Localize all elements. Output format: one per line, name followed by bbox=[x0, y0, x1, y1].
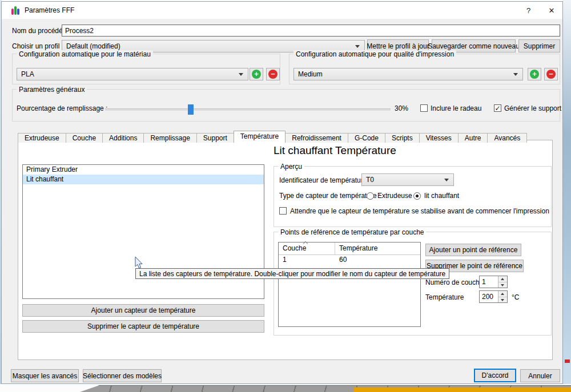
ok-label: D'accord bbox=[482, 371, 509, 379]
delete-profile-button[interactable]: Supprimer bbox=[518, 39, 560, 52]
app-icon bbox=[11, 6, 20, 15]
plus-icon: + bbox=[252, 70, 261, 79]
radio-extrudeuse-label: Extrudeuse bbox=[377, 192, 412, 200]
spin-up-icon[interactable] bbox=[498, 291, 507, 297]
background-red-accent bbox=[565, 359, 570, 363]
tab-extrudeuse[interactable]: Extrudeuse bbox=[18, 133, 66, 143]
select-models-button[interactable]: Sélectionner des modèles bbox=[83, 369, 162, 382]
tab-autre[interactable]: Autre bbox=[458, 133, 488, 143]
spin-down-icon[interactable] bbox=[498, 297, 507, 303]
tab-refroidissement[interactable]: Refroidissement bbox=[285, 133, 348, 143]
radio-lit-chauffant-label: lit chauffant bbox=[424, 192, 459, 200]
add-material-button[interactable]: + bbox=[250, 68, 263, 80]
column-header-temperature[interactable]: Température bbox=[335, 243, 377, 254]
help-button[interactable]: ? bbox=[518, 2, 538, 19]
cancel-label: Annuler bbox=[528, 372, 552, 380]
generate-support-label: Générer le support bbox=[504, 104, 561, 112]
temperature-unit: °C bbox=[512, 293, 519, 301]
screen: Paramètres FFF ? ✕ Nom du procédé : Proc… bbox=[0, 0, 571, 392]
temperature-spinner[interactable]: 200 bbox=[479, 290, 508, 303]
check-icon: ✓ bbox=[494, 106, 500, 111]
layer-number-label: Numéro de couche bbox=[425, 278, 483, 286]
remove-material-button[interactable]: − bbox=[266, 68, 280, 80]
infill-slider-track[interactable] bbox=[105, 108, 391, 111]
quality-select[interactable]: Medium bbox=[293, 68, 523, 80]
spin-down-icon[interactable] bbox=[498, 282, 507, 288]
profile-value: Default (modified) bbox=[66, 42, 120, 50]
title-bar[interactable]: Paramètres FFF ? ✕ bbox=[2, 2, 562, 19]
tab-additions[interactable]: Additions bbox=[102, 133, 144, 143]
list-item-primary-extruder[interactable]: Primary Extruder bbox=[23, 165, 264, 175]
column-header-couche[interactable]: Couche bbox=[279, 243, 335, 254]
settings-tab-bar: Extrudeuse Couche Additions Remplissage … bbox=[18, 131, 526, 143]
save-as-new-label: Sauvegarder comme nouveau bbox=[428, 42, 520, 50]
window-title: Paramètres FFF bbox=[25, 6, 74, 14]
tab-gcode[interactable]: G-Code bbox=[348, 133, 385, 143]
chevron-down-icon bbox=[444, 179, 449, 181]
list-item-lit-chauffant[interactable]: Lit chauffant bbox=[23, 175, 264, 184]
setpoints-table-header: Couche Température bbox=[279, 243, 420, 255]
identifier-label: Identificateur de température bbox=[279, 176, 367, 184]
add-sensor-button[interactable]: Ajouter un capteur de température bbox=[22, 304, 264, 317]
add-quality-button[interactable]: + bbox=[528, 68, 541, 80]
ok-button[interactable]: D'accord bbox=[474, 369, 516, 382]
minus-icon: − bbox=[268, 70, 278, 79]
close-button[interactable]: ✕ bbox=[541, 2, 562, 19]
help-icon: ? bbox=[526, 6, 530, 15]
select-models-label: Sélectionner des modèles bbox=[83, 372, 162, 380]
delete-profile-label: Supprimer bbox=[524, 42, 555, 50]
temperature-header-label: Température bbox=[339, 244, 377, 252]
layer-number-spinner[interactable]: 1 bbox=[479, 276, 508, 288]
tab-remplissage[interactable]: Remplissage bbox=[143, 133, 196, 143]
sensor-type-label: Type de capteur de température : bbox=[279, 192, 380, 200]
tab-support[interactable]: Support bbox=[196, 133, 234, 143]
close-icon: ✕ bbox=[549, 6, 555, 15]
background-viewport-edge bbox=[562, 0, 571, 385]
tab-couche[interactable]: Couche bbox=[66, 133, 103, 143]
radio-extrudeuse[interactable] bbox=[367, 192, 374, 200]
wait-stabilize-checkbox[interactable] bbox=[279, 207, 287, 215]
table-row[interactable]: 1 60 bbox=[279, 255, 420, 265]
background-3d-scene bbox=[0, 384, 571, 392]
layer-number-value: 1 bbox=[480, 276, 498, 288]
add-sensor-label: Ajouter un capteur de température bbox=[91, 306, 196, 314]
detail-title: Lit chauffant Température bbox=[274, 144, 396, 157]
process-name-label: Nom du procédé : bbox=[12, 27, 66, 35]
couche-header-label: Couche bbox=[283, 244, 306, 252]
infill-slider-handle[interactable] bbox=[188, 104, 194, 115]
tab-avances[interactable]: Avancés bbox=[487, 133, 527, 143]
setpoints-table[interactable]: Couche Température 1 60 bbox=[278, 242, 421, 327]
material-select[interactable]: PLA bbox=[17, 68, 248, 80]
generate-support-checkbox[interactable]: ✓ bbox=[494, 104, 501, 112]
tab-temperature[interactable]: Température bbox=[234, 131, 286, 143]
include-raft-checkbox[interactable] bbox=[420, 104, 428, 112]
spinner-buttons bbox=[498, 276, 507, 288]
remove-sensor-button[interactable]: Supprimer le capteur de température bbox=[22, 320, 264, 333]
material-group-title: Configuration automatique pour le matéri… bbox=[17, 50, 153, 58]
profile-label: Choisir un profil : bbox=[12, 42, 63, 50]
remove-quality-button[interactable]: − bbox=[544, 68, 558, 80]
cancel-button[interactable]: Annuler bbox=[520, 369, 560, 382]
identifier-value: T0 bbox=[366, 176, 374, 184]
spinner-buttons bbox=[498, 291, 507, 302]
fff-settings-dialog: Paramètres FFF ? ✕ Nom du procédé : Proc… bbox=[1, 1, 563, 384]
update-profile-label: Mettre le profil à jour bbox=[367, 42, 429, 50]
chevron-down-icon bbox=[239, 73, 243, 76]
add-setpoint-button[interactable]: Ajouter un point de référence bbox=[425, 244, 521, 256]
radio-lit-chauffant[interactable] bbox=[413, 192, 421, 200]
identifier-select[interactable]: T0 bbox=[361, 173, 454, 186]
sensor-list-tooltip: La liste des capteurs de température. Do… bbox=[135, 268, 449, 279]
material-value: PLA bbox=[21, 70, 34, 78]
tooltip-text: La liste des capteurs de température. Do… bbox=[139, 270, 445, 278]
quality-value: Medium bbox=[298, 70, 323, 78]
plus-icon: + bbox=[530, 70, 539, 79]
tab-scripts[interactable]: Scripts bbox=[385, 133, 420, 143]
process-name-input[interactable]: Process2 bbox=[62, 25, 560, 37]
cell-couche: 1 bbox=[279, 255, 335, 265]
hide-advanced-button[interactable]: Masquer les avancés bbox=[11, 369, 79, 382]
remove-sensor-label: Supprimer le capteur de température bbox=[87, 322, 199, 330]
tab-vitesses[interactable]: Vitesses bbox=[419, 133, 459, 143]
chevron-down-icon bbox=[355, 45, 360, 48]
spin-up-icon[interactable] bbox=[498, 276, 507, 282]
hide-advanced-label: Masquer les avancés bbox=[13, 372, 77, 380]
